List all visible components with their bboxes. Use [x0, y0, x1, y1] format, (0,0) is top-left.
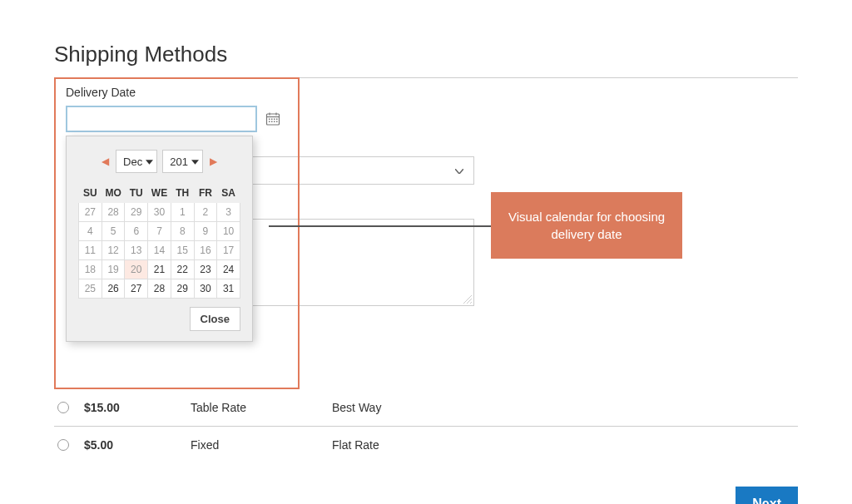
weekday-header: MO	[102, 184, 125, 203]
datepicker-day[interactable]: 12	[102, 241, 125, 260]
svg-rect-9	[274, 119, 275, 121]
resize-handle-icon	[463, 295, 472, 304]
datepicker-grid: SUMOTUWETHFRSA 2728293012345678910111213…	[78, 183, 240, 299]
svg-line-2	[470, 302, 472, 304]
datepicker-day[interactable]: 9	[194, 222, 217, 241]
datepicker-day[interactable]: 26	[102, 279, 125, 299]
datepicker-week-row: 27282930123	[79, 203, 240, 222]
datepicker-day[interactable]: 10	[217, 222, 240, 241]
weekday-header: WE	[148, 184, 171, 203]
datepicker-day[interactable]: 30	[194, 279, 217, 299]
shipping-price: $15.00	[84, 401, 191, 414]
datepicker-day[interactable]: 2	[194, 203, 217, 222]
svg-rect-10	[276, 119, 278, 121]
weekday-header: TH	[171, 184, 194, 203]
year-select-value: 201	[170, 156, 188, 168]
shipping-carrier-name: Best Way	[332, 401, 381, 414]
svg-rect-14	[276, 121, 278, 123]
next-button[interactable]: Next	[736, 487, 798, 504]
datepicker-day[interactable]: 4	[79, 222, 102, 241]
svg-rect-13	[274, 121, 275, 123]
shipping-carrier-name: Flat Rate	[332, 438, 379, 452]
datepicker-day[interactable]: 8	[171, 222, 194, 241]
prev-month-arrow[interactable]: ◀	[99, 156, 111, 167]
datepicker-day[interactable]: 13	[125, 241, 148, 260]
datepicker-close-button[interactable]: Close	[190, 307, 240, 331]
svg-rect-7	[269, 119, 270, 121]
delivery-date-block: Delivery Date ◀ Dec	[54, 77, 300, 389]
shipping-method-radio[interactable]	[57, 402, 69, 413]
datepicker-day[interactable]: 15	[171, 241, 194, 260]
datepicker-day[interactable]: 20	[125, 260, 148, 279]
datepicker-day[interactable]: 11	[79, 241, 102, 260]
svg-rect-11	[269, 121, 270, 123]
datepicker-day[interactable]: 3	[217, 203, 240, 222]
datepicker-popup: ◀ Dec 201 ▶ SUMOTUWETHFRSA 27282930	[66, 136, 253, 342]
datepicker-day[interactable]: 30	[148, 203, 171, 222]
datepicker-day[interactable]: 24	[217, 260, 240, 279]
month-select-value: Dec	[123, 156, 142, 168]
svg-rect-8	[271, 119, 273, 121]
datepicker-week-row: 11121314151617	[79, 241, 240, 260]
shipping-method-radio[interactable]	[57, 439, 69, 451]
year-select[interactable]: 201	[162, 150, 203, 173]
shipping-method-row: $15.00Table RateBest Way	[54, 389, 798, 426]
datepicker-day[interactable]: 18	[79, 260, 102, 279]
datepicker-day[interactable]: 31	[217, 279, 240, 299]
shipping-method-name: Fixed	[191, 438, 332, 452]
datepicker-day[interactable]: 29	[171, 279, 194, 299]
datepicker-weekday-row: SUMOTUWETHFRSA	[79, 184, 240, 203]
datepicker-day[interactable]: 17	[217, 241, 240, 260]
month-select[interactable]: Dec	[116, 150, 157, 173]
datepicker-day[interactable]: 14	[148, 241, 171, 260]
datepicker-day[interactable]: 29	[125, 203, 148, 222]
delivery-area: Delivery Date ◀ Dec	[54, 77, 798, 389]
datepicker-week-row: 18192021222324	[79, 260, 240, 279]
weekday-header: TU	[125, 184, 148, 203]
datepicker-day[interactable]: 27	[125, 279, 148, 299]
weekday-header: SU	[79, 184, 102, 203]
datepicker-day[interactable]: 27	[79, 203, 102, 222]
datepicker-day[interactable]: 6	[125, 222, 148, 241]
chevron-down-icon	[191, 157, 199, 166]
weekday-header: FR	[194, 184, 217, 203]
datepicker-week-row: 25262728293031	[79, 279, 240, 299]
datepicker-day[interactable]: 19	[102, 260, 125, 279]
callout-box: Visual calendar for choosing delivery da…	[491, 192, 682, 259]
page-title: Shipping Methods	[54, 42, 798, 67]
datepicker-day[interactable]: 28	[148, 279, 171, 299]
svg-rect-12	[271, 121, 273, 123]
datepicker-week-row: 45678910	[79, 222, 240, 241]
shipping-price: $5.00	[84, 438, 191, 452]
delivery-date-input[interactable]	[66, 106, 257, 132]
shipping-method-row: $5.00FixedFlat Rate	[54, 427, 798, 463]
next-month-arrow[interactable]: ▶	[208, 156, 220, 167]
datepicker-day[interactable]: 22	[171, 260, 194, 279]
calendar-icon[interactable]	[264, 110, 282, 128]
datepicker-day[interactable]: 21	[148, 260, 171, 279]
datepicker-day[interactable]: 23	[194, 260, 217, 279]
datepicker-day[interactable]: 5	[102, 222, 125, 241]
datepicker-day[interactable]: 1	[171, 203, 194, 222]
chevron-down-icon	[455, 166, 463, 175]
callout-connector	[269, 225, 491, 227]
shipping-methods-list: $15.00Table RateBest Way$5.00FixedFlat R…	[54, 389, 798, 463]
chevron-down-icon	[146, 157, 153, 166]
delivery-date-label: Delivery Date	[66, 86, 288, 99]
shipping-method-name: Table Rate	[191, 401, 332, 414]
weekday-header: SA	[217, 184, 240, 203]
datepicker-day[interactable]: 28	[102, 203, 125, 222]
datepicker-day[interactable]: 16	[194, 241, 217, 260]
datepicker-day[interactable]: 25	[79, 279, 102, 299]
datepicker-day[interactable]: 7	[148, 222, 171, 241]
